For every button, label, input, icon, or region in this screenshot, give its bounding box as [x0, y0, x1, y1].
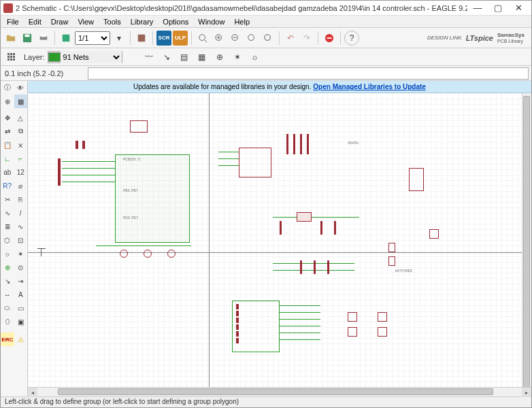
attr-tool[interactable]: ⇥ [14, 274, 28, 288]
split-tool[interactable]: ✂ [1, 192, 14, 206]
ref-tool[interactable]: ▭ [14, 301, 28, 315]
info-tool[interactable]: ⓘ [1, 81, 14, 95]
save-button[interactable] [20, 31, 35, 46]
wire-tool[interactable]: ∿ [1, 206, 14, 220]
style-wavy-button[interactable]: 〰 [142, 50, 156, 65]
menu-edit[interactable]: Edit [24, 17, 46, 27]
samacsys-logo[interactable]: SamacSysPCB Library [497, 32, 525, 44]
sch-part [236, 311, 239, 316]
zoom-out-button[interactable] [228, 31, 243, 46]
svg-rect-15 [265, 35, 270, 39]
banner-link[interactable]: Open Managed Libraries to Update [313, 83, 426, 90]
scroll-right-button[interactable]: ▸ [522, 388, 531, 397]
name-tool[interactable]: ab [1, 165, 14, 179]
menu-help[interactable]: Help [229, 17, 254, 27]
rect-tool[interactable]: ⬡ [1, 233, 14, 247]
errflag-tool[interactable]: ↘ [1, 274, 14, 288]
dim-tool[interactable]: ↔ [1, 288, 14, 301]
help-button[interactable]: ? [344, 31, 359, 46]
replace-tool[interactable]: ⌐ [14, 152, 28, 165]
net-tool[interactable]: ✶ [14, 247, 28, 260]
maximize-button[interactable]: ▢ [488, 1, 508, 15]
junction-tool[interactable]: ⊕ [1, 260, 14, 274]
rotate-tool[interactable]: △ [14, 111, 28, 124]
zoom-fit-button[interactable] [195, 31, 210, 46]
miter-tool[interactable]: ⌀ [14, 179, 28, 192]
arc-tool[interactable]: ∿ [14, 220, 28, 233]
layer-select[interactable]: 91 Nets [61, 51, 122, 63]
menu-library[interactable]: Library [126, 17, 159, 27]
zoom-in-button[interactable] [212, 31, 227, 46]
sch-part [327, 260, 329, 274]
text-tool[interactable]: / [14, 206, 28, 220]
erc-button[interactable]: ERC [1, 333, 14, 346]
grid-button[interactable] [3, 50, 18, 65]
menu-tools[interactable]: Tools [99, 17, 126, 27]
sheets-button[interactable] [134, 31, 149, 46]
star-button[interactable]: ✶ [230, 50, 245, 65]
gear-button[interactable]: ☼ [248, 50, 263, 65]
layer-color-swatch[interactable] [48, 52, 61, 62]
ltspice-logo[interactable]: LTspice [466, 34, 493, 42]
save-icon [22, 33, 32, 43]
schematic-canvas[interactable]: PCB(D0..7) PB0..PB7 PD0..PD7 SW/PU [28, 93, 531, 387]
minimize-button[interactable]: — [467, 1, 488, 15]
redo-button[interactable]: ↷ [299, 31, 314, 46]
vertical-scroll-thumb[interactable] [523, 96, 530, 388]
array-button[interactable]: ▦ [195, 50, 210, 65]
warnings-button[interactable]: ⚠ [14, 333, 28, 346]
design-link-label[interactable]: DESIGN LINK [427, 35, 462, 41]
open-button[interactable] [3, 31, 18, 46]
vertical-scrollbar[interactable] [522, 93, 531, 387]
sch-hdr [378, 327, 387, 337]
style-line-button[interactable]: ↘ [159, 50, 174, 65]
gate-tool[interactable]: ⬭ [1, 301, 14, 315]
sheet-select[interactable]: 1/1 [75, 31, 110, 45]
label-tool[interactable]: ⊙ [14, 260, 28, 274]
command-input[interactable] [88, 67, 529, 80]
menu-view[interactable]: View [73, 17, 99, 27]
sheet-dropdown[interactable]: ▾ [112, 31, 127, 46]
link-button[interactable]: ⊕ [212, 50, 227, 65]
status-bar: Left-click & drag to define group (or le… [1, 396, 531, 407]
mark-tool[interactable]: ⊕ [1, 95, 14, 108]
undo-button[interactable]: ↶ [283, 31, 298, 46]
close-button[interactable]: ✕ [508, 1, 529, 15]
paste-special-button[interactable]: ▤ [177, 50, 192, 65]
add-tool[interactable]: ∟ [1, 152, 14, 165]
svg-point-6 [199, 34, 205, 40]
menu-draw[interactable]: Draw [46, 17, 73, 27]
move-tool[interactable]: ✥ [1, 111, 14, 124]
text2-tool[interactable]: A [14, 288, 28, 301]
stop-button[interactable] [322, 31, 337, 46]
module-tool[interactable]: ⬯ [1, 315, 14, 328]
copy-tool[interactable]: ⧉ [14, 124, 28, 138]
sch-part [293, 134, 295, 154]
port-tool[interactable]: ▣ [14, 315, 28, 328]
delete-tool[interactable]: ⨯ [14, 138, 28, 152]
value-tool[interactable]: 12 [14, 165, 28, 179]
show-tool[interactable]: 👁 [14, 81, 28, 95]
poly-tool[interactable]: ⊡ [14, 233, 28, 247]
smash-tool[interactable]: R? [1, 179, 14, 192]
sch-part [307, 134, 309, 154]
ulp-button[interactable]: ULP [173, 31, 188, 46]
cam-button[interactable] [59, 31, 73, 46]
circle-tool[interactable]: ≣ [1, 220, 14, 233]
menu-file[interactable]: File [2, 17, 24, 27]
horizontal-scrollbar[interactable]: ◂ ▸ [28, 387, 531, 396]
mirror-tool[interactable]: ⇄ [1, 124, 14, 138]
scr-button[interactable]: SCR [156, 31, 171, 46]
invoke-tool[interactable]: ⎘ [14, 192, 28, 206]
horizontal-scroll-thumb[interactable] [58, 388, 493, 395]
bus-tool[interactable]: ☼ [1, 247, 14, 260]
scroll-left-button[interactable]: ◂ [28, 388, 37, 397]
group-tool[interactable]: ▦ [14, 95, 28, 108]
zoom-redraw-button[interactable] [244, 31, 259, 46]
sch-part [334, 221, 336, 235]
menu-window[interactable]: Window [193, 17, 229, 27]
menu-options[interactable]: Options [158, 17, 193, 27]
print-button[interactable] [36, 31, 51, 46]
paste-tool[interactable]: 📋 [1, 138, 14, 152]
zoom-select-button[interactable] [261, 31, 276, 46]
